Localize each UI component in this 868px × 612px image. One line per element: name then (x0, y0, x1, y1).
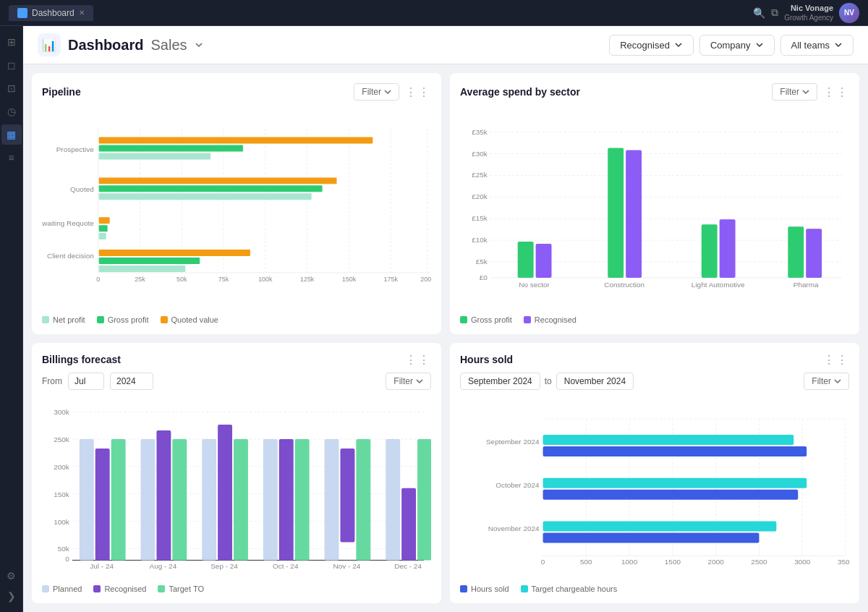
svg-text:3000: 3000 (794, 558, 811, 566)
hours-sold-chart-area: September 2024 October 2024 November 202… (460, 396, 849, 579)
sidebar-item-clock[interactable]: ◷ (1, 101, 22, 122)
to-date[interactable]: November 2024 (556, 373, 634, 390)
recognised-filter[interactable]: Recognised (609, 35, 694, 56)
year-input[interactable] (110, 373, 153, 390)
sidebar-item-settings[interactable]: ⚙ (1, 566, 22, 586)
net-profit-color (42, 316, 49, 323)
target-to-color (158, 585, 165, 592)
svg-text:3500: 3500 (838, 558, 849, 566)
svg-text:100k: 100k (258, 276, 273, 283)
svg-text:September 2024: September 2024 (486, 437, 540, 445)
quoted-value-label: Quoted value (171, 315, 218, 324)
company-filter[interactable]: Company (699, 35, 775, 56)
search-icon[interactable]: 🔍 (753, 7, 765, 19)
svg-text:2500: 2500 (751, 558, 767, 566)
svg-rect-114 (543, 446, 807, 456)
sidebar: ⊞ ◻ ⊡ ◷ ▦ ≡ ⚙ ❯ (0, 26, 23, 612)
svg-text:150k: 150k (54, 490, 69, 498)
svg-text:0: 0 (541, 558, 545, 566)
avg-spend-chart-area: £35k £30k £25k £20k £15k £10k £5k £0 (460, 106, 849, 310)
user-info: Nic Vonage Growth Agency (784, 3, 833, 22)
pipeline-legend: Net profit Gross profit Quoted value (42, 315, 431, 324)
billings-dots[interactable]: ⋮⋮ (405, 353, 431, 367)
hours-sold-color (460, 585, 467, 592)
svg-rect-23 (99, 137, 373, 144)
avg-spend-header: Average spend by sector Filter ⋮⋮ (460, 83, 849, 101)
from-date[interactable]: September 2024 (460, 373, 540, 390)
legend-target-chargeable: Target chargeable hours (521, 585, 618, 593)
copy-icon[interactable]: ⧉ (771, 7, 778, 19)
from-label: From (42, 376, 62, 386)
legend-gross-profit: Gross profit (97, 315, 149, 324)
legend-planned: Planned (42, 585, 82, 593)
hours-sold-card: Hours sold ⋮⋮ September 2024 to November… (450, 343, 859, 604)
header-left: 📊 Dashboard Sales (38, 33, 203, 56)
hours-sold-dots[interactable]: ⋮⋮ (823, 353, 849, 367)
sidebar-item-box[interactable]: ◻ (1, 55, 22, 75)
pipeline-dots[interactable]: ⋮⋮ (405, 85, 431, 99)
svg-text:250k: 250k (54, 435, 69, 443)
planned-color (42, 585, 49, 592)
hours-sold-label: Hours sold (471, 585, 509, 593)
subtitle-dropdown[interactable] (195, 41, 203, 49)
svg-rect-84 (218, 425, 232, 560)
svg-text:50k: 50k (58, 545, 69, 553)
svg-rect-30 (99, 225, 108, 231)
to-label: to (545, 376, 552, 386)
svg-text:£10k: £10k (472, 236, 488, 244)
svg-text:0: 0 (96, 276, 100, 283)
svg-text:200k: 200k (54, 462, 69, 470)
svg-text:£20k: £20k (472, 192, 488, 200)
svg-text:Prospective: Prospective (56, 145, 94, 153)
svg-text:No sector: No sector (519, 281, 550, 289)
recognised-sector-color (524, 316, 531, 323)
pipeline-actions: Filter ⋮⋮ (354, 83, 431, 101)
svg-rect-53 (608, 148, 624, 278)
svg-rect-82 (172, 438, 187, 559)
svg-rect-93 (401, 488, 416, 560)
legend-target-to: Target TO (158, 585, 204, 593)
date-range: September 2024 to November 2024 (460, 373, 634, 390)
sidebar-item-grid[interactable]: ⊞ (1, 32, 22, 52)
billings-header: Billings forecast ⋮⋮ (42, 353, 431, 367)
hours-sold-svg: September 2024 October 2024 November 202… (460, 396, 849, 579)
header-right: Recognised Company All teams (609, 35, 854, 56)
svg-rect-79 (111, 438, 126, 559)
svg-text:£30k: £30k (472, 150, 488, 158)
billings-card: Billings forecast ⋮⋮ From Filter (32, 343, 441, 604)
pipeline-filter-btn[interactable]: Filter (354, 83, 399, 101)
svg-rect-56 (720, 219, 736, 278)
svg-rect-34 (99, 265, 186, 272)
svg-rect-80 (140, 438, 155, 559)
svg-text:Nov - 24: Nov - 24 (333, 562, 361, 570)
legend-hours-sold: Hours sold (460, 585, 509, 593)
avatar[interactable]: NV (839, 3, 859, 23)
billings-filter-btn[interactable]: Filter (386, 373, 431, 390)
all-teams-label: All teams (791, 40, 830, 51)
svg-rect-88 (295, 438, 310, 559)
billings-legend: Planned Recognised Target TO (42, 585, 431, 593)
legend-net-profit: Net profit (42, 315, 85, 324)
svg-rect-24 (99, 145, 243, 152)
avg-spend-legend: Gross profit Recognised (460, 315, 849, 324)
dashboard-tab[interactable]: Dashboard ✕ (9, 5, 93, 21)
tab-close-icon[interactable]: ✕ (79, 9, 85, 17)
month-input[interactable] (68, 373, 104, 390)
svg-text:1000: 1000 (621, 558, 638, 566)
main-layout: ⊞ ◻ ⊡ ◷ ▦ ≡ ⚙ ❯ 📊 Dashboard Sales Recog (0, 26, 868, 612)
sidebar-item-expand[interactable]: ❯ (1, 586, 22, 606)
hours-filter-btn[interactable]: Filter (804, 373, 849, 390)
hours-controls: September 2024 to November 2024 Filter (460, 373, 849, 390)
avg-spend-filter-btn[interactable]: Filter (772, 83, 817, 101)
sidebar-item-chart[interactable]: ▦ (1, 124, 22, 145)
sidebar-item-layers[interactable]: ⊡ (1, 78, 22, 98)
avg-spend-dots[interactable]: ⋮⋮ (823, 85, 849, 99)
svg-text:Quoted: Quoted (70, 185, 94, 193)
svg-text:Oct - 24: Oct - 24 (273, 562, 299, 570)
svg-rect-90 (340, 448, 354, 542)
svg-text:Light Automotive: Light Automotive (692, 281, 745, 289)
svg-rect-117 (543, 521, 777, 531)
all-teams-filter[interactable]: All teams (780, 35, 854, 56)
sidebar-item-list[interactable]: ≡ (1, 148, 22, 168)
svg-text:200k: 200k (420, 276, 431, 283)
